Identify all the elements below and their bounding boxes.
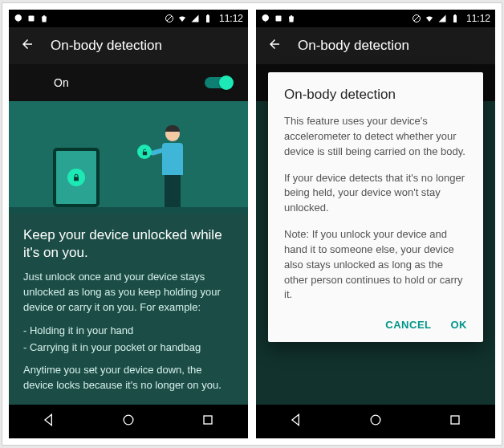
nav-back-button[interactable] [288,412,304,431]
shopping-bag-icon [287,14,296,23]
dialog-para-3: Note: If you unlock your device and hand… [284,227,467,303]
screenshot-pair: 11:12 On-body detection On [2,2,502,446]
clock-text: 11:12 [466,13,490,24]
app-bar: On-body detection [9,27,248,64]
hangouts-icon [261,14,270,23]
svg-rect-7 [276,16,282,22]
shopping-bag-icon [39,14,49,23]
signal-icon [437,14,447,23]
nav-recents-button[interactable] [200,412,216,431]
svg-rect-4 [207,14,209,15]
dialog-overlay: On-body detection This feature uses your… [256,64,495,405]
content-para-2: Anytime you set your device down, the de… [23,363,234,393]
page-title: On-body detection [298,38,409,54]
content-heading: Keep your device unlocked while it's on … [23,226,234,262]
signal-icon [190,14,200,23]
cancel-button[interactable]: CANCEL [385,319,431,331]
nav-recents-button[interactable] [447,412,463,431]
lock-icon [67,169,85,186]
page-title: On-body detection [51,38,162,54]
toggle-switch[interactable] [205,77,232,88]
svg-rect-11 [454,14,456,15]
nav-back-button[interactable] [41,412,57,431]
svg-point-5 [124,415,133,425]
app-bar: On-body detection [256,27,495,64]
hangouts-icon [14,14,23,23]
unlock-icon [137,145,152,159]
dialog-para-2: If your device detects that it's no long… [284,171,467,217]
dialog: On-body detection This feature uses your… [268,72,483,342]
nav-bar [9,405,248,438]
svg-line-9 [414,16,419,21]
screenshot-icon [274,14,283,23]
toggle-row[interactable]: On [9,64,248,101]
status-bar: 11:12 [256,10,495,27]
ok-button[interactable]: OK [451,319,468,331]
screenshot-icon [26,14,36,23]
content-area: Keep your device unlocked while it's on … [9,214,248,405]
no-sim-icon [165,14,174,23]
tablet-graphic [53,148,100,207]
content-para-1: Just unlock once and your device stays u… [23,270,234,316]
illustration [9,101,248,214]
nav-home-button[interactable] [120,412,136,431]
svg-rect-10 [453,15,457,22]
bullet-2: - Carrying it in your pocket or handbag [23,340,234,356]
person-graphic [153,125,192,207]
nav-bar [256,405,495,438]
svg-point-12 [371,415,380,425]
back-button[interactable] [267,37,282,55]
phone-left: 11:12 On-body detection On [9,10,248,438]
toggle-label: On [54,76,205,89]
battery-icon [450,14,460,23]
phone-right: 11:12 On-body detection Off Keep your de… [256,10,495,438]
svg-rect-0 [29,16,35,22]
wifi-icon [177,14,187,23]
no-sim-icon [412,14,421,23]
back-button[interactable] [20,37,35,55]
svg-rect-13 [451,416,459,424]
dialog-title: On-body detection [284,87,467,103]
dialog-para-1: This feature uses your device's accelero… [284,114,467,160]
wifi-icon [425,14,434,23]
svg-rect-6 [204,416,212,424]
svg-line-2 [167,16,172,21]
nav-home-button[interactable] [368,412,384,431]
status-bar: 11:12 [9,10,248,27]
bullet-1: - Holding it in your hand [23,324,234,339]
dialog-actions: CANCEL OK [284,314,467,337]
clock-text: 11:12 [219,13,243,24]
svg-rect-3 [206,15,209,22]
battery-icon [203,14,213,23]
